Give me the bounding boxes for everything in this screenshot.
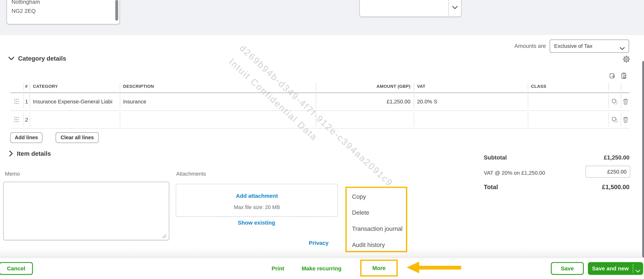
make-recurring-button[interactable]: Make recurring xyxy=(298,265,344,271)
drag-handle-icon[interactable] xyxy=(14,117,20,124)
billing-address-field[interactable]: Nottingham NG2 2EQ xyxy=(6,0,120,24)
form-header-band: Nottingham NG2 2EQ xyxy=(0,0,644,35)
save-and-new-label: Save and new xyxy=(588,262,633,275)
attachments-label: Attachments xyxy=(176,171,206,177)
max-file-size-note: Max file size: 20 MB xyxy=(176,204,338,210)
chevron-down-icon xyxy=(8,56,14,60)
address-line-city: Nottingham xyxy=(12,0,40,7)
row-number: 1 xyxy=(25,99,28,105)
menu-item-transaction-journal[interactable]: Transaction journal xyxy=(352,225,402,234)
category-details-header[interactable]: Category details xyxy=(8,55,66,62)
row-number: 2 xyxy=(25,117,28,123)
chevron-down-icon[interactable] xyxy=(452,4,458,11)
memo-label: Memo xyxy=(5,171,20,177)
clear-all-lines-button[interactable]: Clear all lines xyxy=(56,132,99,143)
address-scrollbar[interactable] xyxy=(115,0,118,21)
delete-line-icon[interactable] xyxy=(622,116,629,123)
gear-icon[interactable] xyxy=(622,55,630,63)
export-lines-icon[interactable] xyxy=(609,72,616,80)
col-header-vat: VAT xyxy=(417,84,426,89)
amount-cell[interactable]: £1,250.00 xyxy=(316,99,410,105)
tags-dropdown[interactable] xyxy=(359,0,462,17)
chevron-down-icon[interactable] xyxy=(635,267,641,274)
vat-line-label: VAT @ 20% on £1,250.00 xyxy=(484,170,545,176)
col-header-description: DESCRIPTION xyxy=(123,84,154,89)
page-scrollbar[interactable] xyxy=(642,61,644,257)
address-line-postcode: NG2 2EQ xyxy=(12,7,40,16)
subtotal-label: Subtotal xyxy=(484,154,507,161)
chevron-down-icon xyxy=(620,45,625,52)
amounts-are-label: Amounts are xyxy=(505,43,546,49)
vat-amount-input[interactable] xyxy=(586,166,630,178)
col-header-num: # xyxy=(25,84,28,89)
billing-address-text: Nottingham NG2 2EQ xyxy=(12,0,40,16)
paste-lines-icon[interactable] xyxy=(620,72,628,80)
chevron-right-icon xyxy=(9,150,13,157)
expense-form-page: Nottingham NG2 2EQ Amounts are Exclusive… xyxy=(0,0,644,279)
save-button[interactable]: Save xyxy=(551,262,584,275)
privacy-link[interactable]: Privacy xyxy=(287,240,328,246)
duplicate-line-icon[interactable] xyxy=(612,98,618,105)
add-attachment-link[interactable]: Add attachment xyxy=(176,193,338,199)
description-cell[interactable]: insurance xyxy=(123,99,146,105)
col-header-amount: AMOUNT (GBP) xyxy=(376,84,410,89)
total-label: Total xyxy=(484,183,498,190)
col-header-category: CATEGORY xyxy=(33,84,58,89)
print-button[interactable]: Print xyxy=(266,265,290,271)
memo-input[interactable] xyxy=(3,182,169,240)
cancel-button[interactable]: Cancel xyxy=(0,262,33,275)
more-context-menu: Copy Delete Transaction journal Audit hi… xyxy=(346,187,407,252)
category-cell[interactable]: Insurance Expense-General Liabi xyxy=(33,99,118,105)
footer-bar: Cancel Print Make recurring More Save Sa… xyxy=(0,258,644,279)
more-button[interactable]: More xyxy=(360,260,398,276)
delete-line-icon[interactable] xyxy=(622,98,629,105)
table-header-row: # CATEGORY DESCRIPTION AMOUNT (GBP) VAT … xyxy=(10,82,630,93)
dropdown-divider xyxy=(448,0,449,17)
menu-item-copy[interactable]: Copy xyxy=(352,193,366,201)
table-row[interactable]: 2 xyxy=(10,111,630,128)
amounts-are-select[interactable]: Exclusive of Tax xyxy=(550,40,629,53)
add-lines-button[interactable]: Add lines xyxy=(10,132,42,143)
tutorial-arrow-shaft xyxy=(419,265,461,269)
item-details-title: Item details xyxy=(17,150,51,157)
footer-shadow xyxy=(0,248,644,258)
resize-grip-icon[interactable] xyxy=(162,232,166,236)
category-details-title: Category details xyxy=(18,55,66,62)
drag-handle-icon[interactable] xyxy=(14,99,20,105)
tutorial-arrow-icon xyxy=(407,262,419,273)
amounts-are-value: Exclusive of Tax xyxy=(554,43,592,49)
attachment-dropzone[interactable]: Add attachment Max file size: 20 MB xyxy=(176,184,338,217)
duplicate-line-icon[interactable] xyxy=(612,116,618,123)
total-value: £1,500.00 xyxy=(602,183,630,190)
col-header-class: CLASS xyxy=(531,84,546,89)
table-row[interactable]: 1 Insurance Expense-General Liabi insura… xyxy=(10,92,630,111)
show-existing-link[interactable]: Show existing xyxy=(176,220,337,226)
category-lines-table: # CATEGORY DESCRIPTION AMOUNT (GBP) VAT … xyxy=(10,82,630,128)
vat-cell[interactable]: 20.0% S xyxy=(417,99,437,105)
subtotal-value: £1,250.00 xyxy=(604,154,630,161)
item-details-header[interactable]: Item details xyxy=(9,150,51,157)
menu-item-delete[interactable]: Delete xyxy=(352,209,369,218)
split-button-divider xyxy=(633,264,633,273)
save-and-new-button[interactable]: Save and new xyxy=(588,262,643,275)
